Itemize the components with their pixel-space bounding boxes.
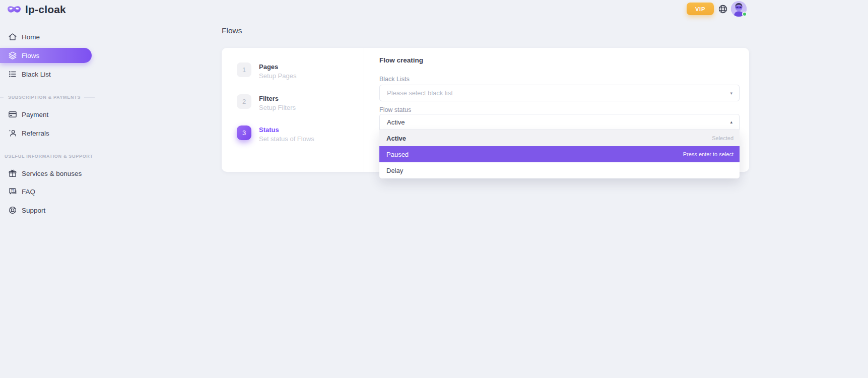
sidebar-item-flows[interactable]: Flows bbox=[0, 48, 92, 63]
sidebar-section-subscription: SUBSCRIPTION & PAYMENTS bbox=[0, 95, 95, 100]
step-subtitle: Setup Filters bbox=[259, 104, 296, 111]
sidebar-item-label: Payment bbox=[22, 111, 48, 118]
sidebar-item-label: FAQ bbox=[22, 188, 35, 196]
black-lists-label: Black Lists bbox=[379, 76, 410, 83]
black-lists-placeholder: Please select black list bbox=[387, 89, 453, 97]
sidebar-item-label: Home bbox=[22, 33, 40, 41]
sidebar-item-payment[interactable]: Payment bbox=[0, 109, 101, 120]
option-active[interactable]: Active Selected bbox=[379, 130, 740, 146]
sidebar-item-home[interactable]: Home bbox=[0, 31, 101, 42]
sidebar-item-label: Support bbox=[22, 207, 45, 214]
sidebar-item-label: Referrals bbox=[22, 130, 49, 137]
referrals-person-icon bbox=[8, 129, 17, 138]
option-delay[interactable]: Delay bbox=[379, 162, 740, 178]
step-subtitle: Setup Pages bbox=[259, 72, 296, 80]
option-hint: Press enter to select bbox=[683, 151, 733, 157]
step-number: 3 bbox=[237, 125, 251, 140]
step-title: Filters bbox=[259, 95, 296, 102]
lifebuoy-icon bbox=[8, 206, 17, 215]
sidebar-item-services-bonuses[interactable]: Services & bonuses bbox=[0, 168, 101, 179]
sidebar-item-referrals[interactable]: Referrals bbox=[0, 128, 101, 139]
app-logo[interactable]: lp-cloak bbox=[7, 4, 66, 16]
wizard-step-pages[interactable]: 1 Pages Setup Pages bbox=[237, 62, 296, 80]
card-divider bbox=[364, 48, 364, 172]
gift-icon bbox=[8, 169, 17, 178]
option-label: Active bbox=[386, 135, 406, 142]
sidebar-item-support[interactable]: Support bbox=[0, 205, 101, 216]
flow-status-select[interactable]: Active ▴ bbox=[379, 114, 740, 130]
list-icon bbox=[8, 70, 17, 79]
sidebar-item-label: Services & bonuses bbox=[22, 170, 82, 177]
sidebar-item-label: Black List bbox=[22, 71, 51, 78]
wizard-step-status[interactable]: 3 Status Set status of Flows bbox=[237, 125, 314, 143]
sidebar-item-label: Flows bbox=[22, 52, 39, 59]
flow-status-dropdown: Active Selected Paused Press enter to se… bbox=[379, 130, 740, 178]
wizard-step-filters[interactable]: 2 Filters Setup Filters bbox=[237, 94, 296, 111]
sidebar-item-faq[interactable]: ?! FAQ bbox=[0, 186, 101, 197]
step-number: 1 bbox=[237, 62, 251, 77]
flows-stack-icon bbox=[8, 51, 17, 60]
faq-bubble-icon: ?! bbox=[8, 187, 17, 196]
step-title: Pages bbox=[259, 63, 296, 71]
option-paused[interactable]: Paused Press enter to select bbox=[379, 146, 740, 162]
language-globe-icon[interactable] bbox=[718, 4, 728, 14]
step-subtitle: Set status of Flows bbox=[259, 135, 314, 143]
option-hint: Selected bbox=[712, 135, 733, 141]
credit-card-icon bbox=[8, 110, 17, 119]
sidebar-section-support: USEFUL INFORMATION & SUPPORT bbox=[0, 154, 95, 159]
sidebar-item-black-list[interactable]: Black List bbox=[0, 69, 101, 80]
home-icon bbox=[8, 32, 17, 41]
mask-logo-icon bbox=[7, 5, 21, 15]
chevron-down-icon: ▾ bbox=[730, 91, 732, 96]
flow-status-value: Active bbox=[387, 118, 405, 126]
flow-status-label: Flow status bbox=[379, 106, 411, 113]
svg-text:?!: ?! bbox=[11, 188, 14, 192]
step-title: Status bbox=[259, 126, 314, 134]
chevron-up-icon: ▴ bbox=[730, 119, 732, 124]
step-number: 2 bbox=[237, 94, 251, 109]
form-title: Flow creating bbox=[379, 56, 423, 64]
option-label: Delay bbox=[386, 167, 403, 174]
vip-label: VIP bbox=[695, 6, 705, 12]
vip-button[interactable]: VIP bbox=[687, 3, 714, 15]
section-title: USEFUL INFORMATION & SUPPORT bbox=[5, 154, 93, 159]
section-title: SUBSCRIPTION & PAYMENTS bbox=[8, 95, 81, 100]
black-lists-select[interactable]: Please select black list ▾ bbox=[379, 85, 740, 101]
online-status-dot bbox=[742, 12, 747, 17]
option-label: Paused bbox=[386, 151, 409, 158]
page-title: Flows bbox=[222, 26, 242, 35]
brand-name: lp-cloak bbox=[25, 4, 66, 16]
